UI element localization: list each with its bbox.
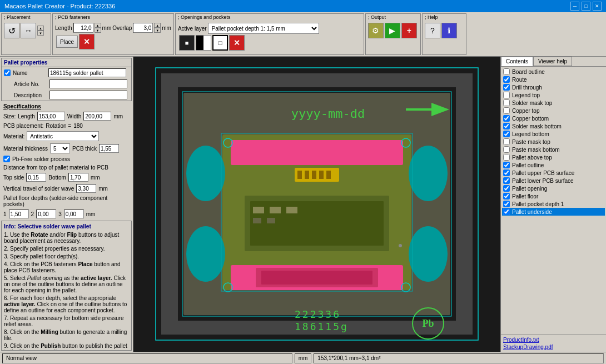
placement-down[interactable]: ▼ bbox=[37, 31, 44, 36]
layer-item[interactable]: Copper bottom bbox=[502, 114, 605, 122]
length-up[interactable]: ▲ bbox=[95, 23, 101, 28]
maximize-button[interactable]: □ bbox=[582, 2, 590, 11]
openings-controls: Active layer Pallet pocket depth 1: 1,5 … bbox=[178, 23, 361, 34]
layer-checkbox[interactable] bbox=[503, 131, 510, 137]
layer-item[interactable]: Drill through bbox=[502, 83, 605, 91]
layer-checkbox[interactable] bbox=[503, 162, 510, 168]
outline-open-button[interactable]: □ bbox=[212, 35, 228, 51]
help-info-button[interactable]: ℹ bbox=[441, 23, 457, 38]
outline-half-button[interactable]: ■ bbox=[196, 35, 211, 51]
layer-checkbox[interactable] bbox=[503, 185, 510, 192]
output-btn3[interactable]: + bbox=[401, 23, 417, 38]
output-btn2[interactable]: ▶ bbox=[385, 23, 400, 38]
pallet-properties-title: Pallet properties bbox=[2, 58, 131, 67]
size-length-input[interactable] bbox=[37, 112, 65, 121]
pb-free-checkbox[interactable] bbox=[3, 156, 10, 162]
layer-item[interactable]: Pallet underside bbox=[502, 208, 605, 216]
output-label: ; Output bbox=[368, 14, 386, 20]
footer-link[interactable]: ProductInfo.txt bbox=[502, 336, 605, 343]
layer-checkbox[interactable] bbox=[503, 169, 510, 176]
layer-checkbox[interactable] bbox=[503, 208, 510, 215]
footer-link[interactable]: StackupDrawing.pdf bbox=[502, 343, 605, 351]
layer-checkbox[interactable] bbox=[503, 177, 510, 184]
layer-item[interactable]: Board outline bbox=[502, 68, 605, 76]
layer-checkbox[interactable] bbox=[503, 115, 510, 122]
layer-item[interactable]: Pallet above top bbox=[502, 153, 605, 161]
active-layer-select[interactable]: Pallet pocket depth 1: 1,5 mm Pallet poc… bbox=[208, 23, 319, 34]
length-input[interactable] bbox=[73, 23, 93, 33]
layer-item[interactable]: Paste mask bottom bbox=[502, 146, 605, 153]
layer-item[interactable]: Pallet upper PCB surface bbox=[502, 169, 605, 177]
info-step-4: 4. Click on the PCB fasteners Place butt… bbox=[4, 261, 129, 273]
minimize-button[interactable]: ─ bbox=[570, 2, 579, 11]
layer-checkbox[interactable] bbox=[503, 138, 510, 145]
layer-checkbox[interactable] bbox=[503, 84, 510, 91]
bottom-input[interactable] bbox=[68, 173, 88, 182]
length-input-group: Length ▲ ▼ mm bbox=[55, 23, 111, 33]
layer-item[interactable]: Paste mask top bbox=[502, 138, 605, 146]
tab-viewer-help[interactable]: Viewer help bbox=[533, 57, 572, 66]
help-question-button[interactable]: ? bbox=[425, 23, 440, 38]
floor2-input[interactable] bbox=[36, 210, 56, 218]
floor-depths-label-row: Pallet floor depths (solder-side compone… bbox=[1, 194, 132, 208]
layer-item[interactable]: Pallet outline bbox=[502, 161, 605, 169]
layer-item[interactable]: Legend top bbox=[502, 91, 605, 99]
layer-item[interactable]: Pallet floor bbox=[502, 192, 605, 200]
description-input[interactable] bbox=[49, 91, 127, 99]
placement-spinner: ▲ ▼ bbox=[37, 26, 44, 36]
pcb-thick-label: PCB thick bbox=[72, 146, 97, 152]
layer-checkbox[interactable] bbox=[503, 154, 510, 161]
floor1-input[interactable] bbox=[9, 210, 29, 218]
layer-label: Pallet above top bbox=[512, 154, 552, 161]
material-thickness-label: Material thickness bbox=[3, 146, 48, 152]
specifications-title[interactable]: Specifications bbox=[1, 102, 132, 111]
layer-item[interactable]: Pallet lower PCB surface bbox=[502, 177, 605, 185]
layer-checkbox[interactable] bbox=[503, 99, 510, 106]
svg-rect-15 bbox=[312, 171, 316, 179]
layer-item[interactable]: Pallet pocket depth 1 bbox=[502, 200, 605, 208]
openings-label: ; Openings and pockets bbox=[178, 14, 231, 20]
placement-up[interactable]: ▲ bbox=[37, 26, 44, 31]
close-button[interactable]: ✕ bbox=[593, 2, 602, 11]
overlap-input[interactable] bbox=[133, 23, 153, 33]
overlap-up[interactable]: ▲ bbox=[154, 23, 161, 28]
article-input[interactable] bbox=[49, 79, 127, 88]
delete-fastener-button[interactable]: ✕ bbox=[79, 34, 95, 49]
place-button[interactable]: Place bbox=[56, 36, 78, 48]
tab-contents[interactable]: Contents bbox=[501, 57, 533, 66]
layer-checkbox[interactable] bbox=[503, 76, 510, 83]
output-btn1[interactable]: ⚙ bbox=[368, 23, 384, 38]
vertical-travel-input[interactable] bbox=[76, 184, 96, 193]
layer-checkbox[interactable] bbox=[503, 107, 510, 114]
material-label: Material: bbox=[3, 133, 24, 139]
layer-item[interactable]: Route bbox=[502, 76, 605, 83]
name-checkbox[interactable] bbox=[4, 69, 11, 76]
layer-checkbox[interactable] bbox=[503, 123, 510, 129]
size-width-input[interactable] bbox=[83, 112, 111, 121]
layer-label: Route bbox=[512, 77, 527, 83]
canvas-area[interactable]: yyyy-mm-dd 222336 186115g Pb bbox=[133, 57, 500, 352]
delete-outline-button[interactable]: ✕ bbox=[229, 35, 245, 51]
top-side-input[interactable] bbox=[26, 173, 46, 182]
top-side-label: Top side bbox=[3, 174, 24, 181]
flip-button[interactable]: ↔ bbox=[21, 23, 36, 38]
name-input[interactable] bbox=[48, 68, 126, 77]
layer-checkbox[interactable] bbox=[503, 201, 510, 207]
material-select[interactable]: Antistatic FR4 Aluminum bbox=[27, 131, 99, 141]
layer-item[interactable]: Solder mask bottom bbox=[502, 122, 605, 130]
pcb-thick-input[interactable] bbox=[99, 144, 119, 153]
material-thickness-select[interactable]: 5 3 4 bbox=[50, 143, 70, 153]
floor3-input[interactable] bbox=[64, 210, 84, 218]
overlap-down[interactable]: ▼ bbox=[154, 28, 161, 33]
rotate-button[interactable]: ↺ bbox=[4, 23, 19, 38]
outline-filled-button[interactable]: ■ bbox=[179, 35, 195, 51]
layer-item[interactable]: Solder mask top bbox=[502, 99, 605, 107]
layer-checkbox[interactable] bbox=[503, 146, 510, 153]
layer-checkbox[interactable] bbox=[503, 92, 510, 98]
layer-checkbox[interactable] bbox=[503, 193, 510, 200]
length-down[interactable]: ▼ bbox=[95, 28, 101, 33]
layer-item[interactable]: Pallet opening bbox=[502, 185, 605, 192]
layer-item[interactable]: Legend bottom bbox=[502, 130, 605, 138]
layer-checkbox[interactable] bbox=[503, 68, 510, 75]
layer-item[interactable]: Copper top bbox=[502, 107, 605, 114]
